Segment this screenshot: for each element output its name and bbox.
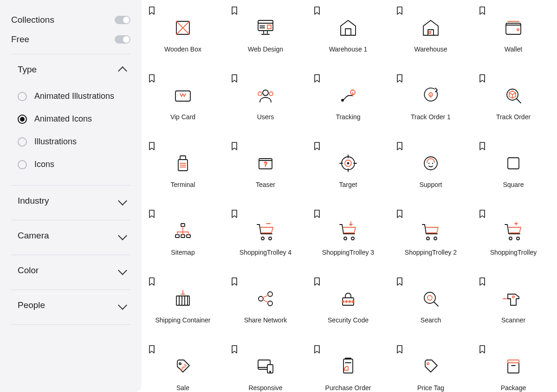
filter-camera-header[interactable]: Camera [11, 220, 130, 251]
icon-cell[interactable]: ShoppingTrolley [472, 207, 555, 275]
icon-cell[interactable]: Share Network [224, 275, 307, 342]
bookmark-icon[interactable] [313, 6, 321, 15]
bookmark-icon[interactable] [396, 142, 403, 150]
icon-cell[interactable]: Support [389, 139, 472, 207]
radio-illustrations[interactable]: Illustrations [18, 130, 130, 153]
toggle-switch[interactable] [115, 35, 130, 44]
bookmark-icon[interactable] [148, 74, 155, 83]
trolley-icon [499, 217, 527, 245]
icon-caption: Search [421, 316, 441, 324]
icon-cell[interactable]: Target [307, 139, 389, 207]
track-order-icon [499, 82, 527, 109]
icon-cell[interactable]: ShoppingTrolley 3 [307, 207, 389, 275]
radio-animated-icons[interactable]: Animated Icons [18, 108, 130, 130]
icon-cell[interactable]: Terminal [142, 139, 224, 207]
bookmark-icon[interactable] [479, 6, 486, 15]
icon-caption: Sitemap [171, 249, 194, 256]
wooden-box-icon [169, 14, 197, 42]
price-tag-icon [417, 353, 445, 380]
bookmark-icon[interactable] [479, 277, 486, 286]
bookmark-icon[interactable] [479, 74, 486, 83]
icon-cell[interactable]: Users [224, 71, 307, 139]
bookmark-icon[interactable] [479, 210, 486, 218]
icon-caption: ShoppingTrolley 4 [240, 249, 291, 256]
bookmark-icon[interactable] [313, 142, 321, 150]
bookmark-icon[interactable] [396, 210, 403, 218]
bookmark-icon[interactable] [148, 210, 155, 218]
icon-cell[interactable]: Shipping Container [142, 275, 224, 342]
svg-point-16 [269, 92, 273, 96]
icon-cell[interactable]: Tracking [307, 71, 389, 139]
icon-cell[interactable]: Square [472, 139, 555, 207]
filter-type-header[interactable]: Type [11, 54, 130, 85]
icon-cell[interactable]: Track Order 1 [389, 71, 472, 139]
bookmark-icon[interactable] [231, 345, 238, 353]
icon-cell[interactable]: Vip Card [142, 71, 224, 139]
radio-animated-illustrations[interactable]: Animated Illustrations [18, 85, 130, 108]
radio-icons[interactable]: Icons [18, 153, 130, 176]
icon-caption: Wooden Box [164, 45, 201, 53]
filter-color-header[interactable]: Color [11, 255, 130, 286]
icon-cell[interactable]: Warehouse [389, 4, 472, 71]
bookmark-icon[interactable] [231, 277, 238, 286]
filter-title: Camera [18, 231, 49, 241]
icon-cell[interactable]: Track Order [472, 71, 555, 139]
icon-cell[interactable]: Web Design [224, 4, 307, 71]
bookmark-icon[interactable] [148, 345, 155, 353]
toggle-collections[interactable]: Collections [11, 11, 130, 31]
bookmark-icon[interactable] [148, 6, 155, 15]
icon-cell[interactable]: SALE Sale [142, 342, 224, 392]
bookmark-icon[interactable] [231, 6, 238, 15]
filter-people-header[interactable]: People [11, 290, 130, 321]
icon-cell[interactable]: Wooden Box [142, 4, 224, 71]
bookmark-icon[interactable] [396, 345, 403, 353]
radio-icon [18, 160, 27, 169]
icon-caption: Scanner [501, 316, 525, 324]
svg-point-61 [259, 296, 263, 301]
bookmark-icon[interactable] [396, 277, 403, 286]
bookmark-icon[interactable] [148, 142, 155, 150]
icon-cell[interactable]: Responsive [224, 342, 307, 392]
toggle-switch[interactable] [115, 16, 130, 24]
icon-cell[interactable]: Price Tag [389, 342, 472, 392]
toggle-free[interactable]: Free [11, 31, 130, 50]
filter-title: Industry [18, 196, 49, 206]
filter-industry-header[interactable]: Industry [11, 186, 130, 216]
bookmark-icon[interactable] [396, 6, 403, 15]
filter-type-options: Animated Illustrations Animated Icons Il… [11, 85, 130, 181]
icon-cell[interactable]: Scanner [472, 275, 555, 342]
svg-point-12 [517, 29, 519, 31]
icon-cell[interactable]: Purchase Order [307, 342, 389, 392]
bookmark-icon[interactable] [313, 74, 321, 83]
icon-cell[interactable]: Search [389, 275, 472, 342]
bookmark-icon[interactable] [231, 74, 238, 83]
bookmark-icon[interactable] [313, 277, 321, 286]
package-icon [499, 353, 527, 380]
vip-card-icon [169, 82, 197, 109]
icon-cell[interactable]: Sitemap [142, 207, 224, 275]
icon-cell[interactable]: ✱✱✱✱ Security Code [307, 275, 389, 342]
bookmark-icon[interactable] [313, 210, 321, 218]
bookmark-icon[interactable] [479, 142, 486, 150]
bookmark-icon[interactable] [148, 277, 155, 286]
bookmark-icon[interactable] [396, 74, 403, 83]
icon-caption: Web Design [248, 45, 283, 53]
svg-point-60 [268, 292, 272, 296]
svg-point-51 [509, 237, 512, 240]
bookmark-icon[interactable] [479, 345, 486, 353]
icon-cell[interactable]: Wallet [472, 4, 555, 71]
svg-point-19 [430, 92, 431, 93]
icon-caption: Share Network [244, 316, 287, 324]
bookmark-icon[interactable] [231, 142, 238, 150]
icon-cell[interactable]: Warehouse 1 [307, 4, 389, 71]
icon-cell[interactable]: Package [472, 342, 555, 392]
bookmark-icon[interactable] [231, 210, 238, 218]
icon-caption: Track Order 1 [411, 113, 451, 121]
icon-cell[interactable]: ShoppingTrolley 2 [389, 207, 472, 275]
tracking-icon [334, 82, 362, 109]
scanner-icon [499, 285, 527, 313]
icon-caption: Tracking [336, 113, 360, 121]
icon-cell[interactable]: ShoppingTrolley 4 [224, 207, 307, 275]
bookmark-icon[interactable] [313, 345, 321, 353]
icon-cell[interactable]: ? Teaser [224, 139, 307, 207]
